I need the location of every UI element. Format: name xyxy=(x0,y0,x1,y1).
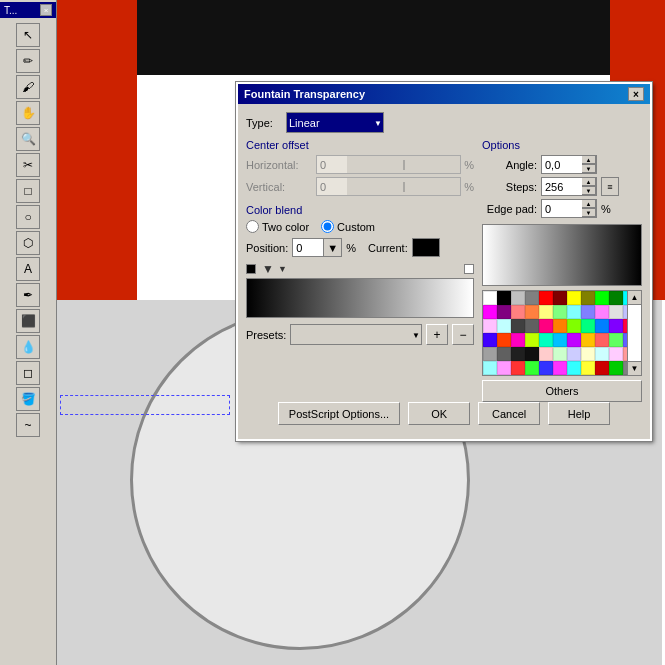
palette-color-16[interactable] xyxy=(511,305,525,319)
toolbar-close-button[interactable]: × xyxy=(40,4,52,16)
palette-color-23[interactable] xyxy=(609,305,623,319)
tool-eraser[interactable]: ◻ xyxy=(16,361,40,385)
position-slider-handle[interactable]: ▼ xyxy=(323,239,341,256)
palette-color-32[interactable] xyxy=(539,319,553,333)
palette-color-0[interactable] xyxy=(483,291,497,305)
palette-color-43[interactable] xyxy=(497,333,511,347)
cancel-button[interactable]: Cancel xyxy=(478,402,540,425)
tool-select[interactable]: ↖ xyxy=(16,23,40,47)
palette-color-78[interactable] xyxy=(595,361,609,375)
palette-color-18[interactable] xyxy=(539,305,553,319)
palette-color-74[interactable] xyxy=(539,361,553,375)
palette-color-49[interactable] xyxy=(581,333,595,347)
tool-text[interactable]: A xyxy=(16,257,40,281)
palette-color-59[interactable] xyxy=(525,347,539,361)
tool-pencil[interactable]: ✒ xyxy=(16,283,40,307)
palette-color-14[interactable] xyxy=(483,305,497,319)
position-input[interactable] xyxy=(293,241,323,255)
palette-color-33[interactable] xyxy=(553,319,567,333)
type-select[interactable]: Linear Radial Conical Square xyxy=(286,112,384,133)
others-button[interactable]: Others xyxy=(482,380,642,402)
current-color-swatch[interactable] xyxy=(412,238,440,257)
palette-color-2[interactable] xyxy=(511,291,525,305)
palette-color-62[interactable] xyxy=(567,347,581,361)
steps-spin-up[interactable]: ▲ xyxy=(582,177,596,186)
preset-remove-button[interactable]: − xyxy=(452,324,474,345)
vertical-input[interactable] xyxy=(317,180,347,194)
tool-rect[interactable]: □ xyxy=(16,179,40,203)
palette-color-48[interactable] xyxy=(567,333,581,347)
palette-color-60[interactable] xyxy=(539,347,553,361)
edgepad-spin-down[interactable]: ▼ xyxy=(582,208,596,217)
tool-freehand[interactable]: ✏ xyxy=(16,49,40,73)
steps-spin-down[interactable]: ▼ xyxy=(582,186,596,195)
tool-smudge[interactable]: ~ xyxy=(16,413,40,437)
stop-right[interactable] xyxy=(464,264,474,274)
presets-select[interactable] xyxy=(290,324,422,345)
palette-color-57[interactable] xyxy=(497,347,511,361)
palette-color-56[interactable] xyxy=(483,347,497,361)
palette-scroll-down[interactable]: ▼ xyxy=(628,361,641,375)
palette-color-64[interactable] xyxy=(595,347,609,361)
palette-color-51[interactable] xyxy=(609,333,623,347)
palette-color-46[interactable] xyxy=(539,333,553,347)
tool-polygon[interactable]: ⬡ xyxy=(16,231,40,255)
tool-eyedropper[interactable]: 💧 xyxy=(16,335,40,359)
palette-color-1[interactable] xyxy=(497,291,511,305)
help-button[interactable]: Help xyxy=(548,402,610,425)
palette-color-7[interactable] xyxy=(581,291,595,305)
palette-color-44[interactable] xyxy=(511,333,525,347)
palette-color-79[interactable] xyxy=(609,361,623,375)
palette-color-22[interactable] xyxy=(595,305,609,319)
palette-color-71[interactable] xyxy=(497,361,511,375)
palette-color-47[interactable] xyxy=(553,333,567,347)
palette-color-75[interactable] xyxy=(553,361,567,375)
palette-color-6[interactable] xyxy=(567,291,581,305)
palette-color-61[interactable] xyxy=(553,347,567,361)
palette-color-58[interactable] xyxy=(511,347,525,361)
palette-color-63[interactable] xyxy=(581,347,595,361)
tool-fill[interactable]: ⬛ xyxy=(16,309,40,333)
tool-paintbrush[interactable]: 🖌 xyxy=(16,75,40,99)
palette-color-45[interactable] xyxy=(525,333,539,347)
custom-radio-item[interactable]: Custom xyxy=(321,220,375,233)
stop-left[interactable] xyxy=(246,264,256,274)
tool-crop[interactable]: ✂ xyxy=(16,153,40,177)
palette-color-72[interactable] xyxy=(511,361,525,375)
palette-scroll-up[interactable]: ▲ xyxy=(628,291,641,305)
palette-color-77[interactable] xyxy=(581,361,595,375)
palette-color-3[interactable] xyxy=(525,291,539,305)
dialog-close-button[interactable]: × xyxy=(628,87,644,101)
two-color-radio-item[interactable]: Two color xyxy=(246,220,309,233)
palette-color-65[interactable] xyxy=(609,347,623,361)
angle-input[interactable] xyxy=(542,156,582,173)
palette-color-4[interactable] xyxy=(539,291,553,305)
edgepad-input[interactable] xyxy=(542,200,582,217)
palette-color-35[interactable] xyxy=(581,319,595,333)
palette-color-76[interactable] xyxy=(567,361,581,375)
palette-color-15[interactable] xyxy=(497,305,511,319)
palette-color-19[interactable] xyxy=(553,305,567,319)
preset-add-button[interactable]: + xyxy=(426,324,448,345)
palette-color-20[interactable] xyxy=(567,305,581,319)
tool-zoom[interactable]: 🔍 xyxy=(16,127,40,151)
two-color-radio[interactable] xyxy=(246,220,259,233)
tool-ellipse[interactable]: ○ xyxy=(16,205,40,229)
palette-color-30[interactable] xyxy=(511,319,525,333)
palette-color-21[interactable] xyxy=(581,305,595,319)
palette-color-70[interactable] xyxy=(483,361,497,375)
palette-color-17[interactable] xyxy=(525,305,539,319)
palette-color-42[interactable] xyxy=(483,333,497,347)
palette-color-5[interactable] xyxy=(553,291,567,305)
palette-color-73[interactable] xyxy=(525,361,539,375)
palette-color-8[interactable] xyxy=(595,291,609,305)
palette-color-28[interactable] xyxy=(483,319,497,333)
steps-input[interactable] xyxy=(542,178,582,195)
palette-color-50[interactable] xyxy=(595,333,609,347)
horizontal-slider[interactable] xyxy=(347,156,460,173)
postscript-button[interactable]: PostScript Options... xyxy=(278,402,400,425)
tool-hand[interactable]: ✋ xyxy=(16,101,40,125)
edgepad-spin-up[interactable]: ▲ xyxy=(582,199,596,208)
angle-spin-down[interactable]: ▼ xyxy=(582,164,596,173)
tool-paintbucket[interactable]: 🪣 xyxy=(16,387,40,411)
